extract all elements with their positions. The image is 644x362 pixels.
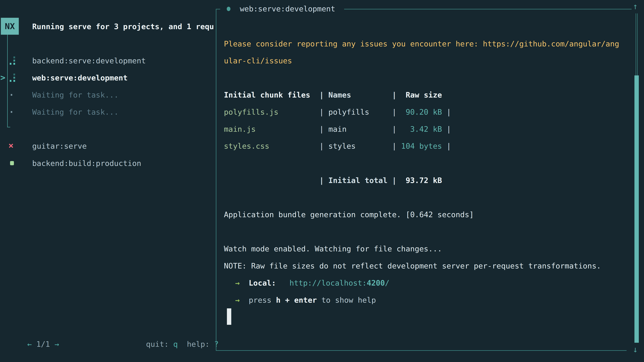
task-tree-connector-foot bbox=[7, 127, 10, 127]
pager: ← 1/1 → bbox=[9, 329, 59, 359]
arrow-right-icon: → bbox=[235, 295, 240, 305]
quit-label: quit: bbox=[146, 340, 173, 349]
key-hints: quit: q help: ? bbox=[128, 329, 219, 359]
pager-value: 1/1 bbox=[36, 340, 50, 349]
col-header-files: Initial chunk files bbox=[224, 90, 319, 100]
chunk-size: 90.20 kB bbox=[401, 107, 442, 117]
local-label: Local: bbox=[249, 278, 276, 288]
task-row-guitar-serve[interactable]: × guitar:serve bbox=[0, 141, 216, 151]
dot-icon bbox=[11, 111, 12, 113]
chunk-table-header: Initial chunk files | Names | Raw size bbox=[224, 90, 442, 100]
scroll-up-icon[interactable]: ↑ bbox=[633, 1, 638, 11]
help-label: help: bbox=[187, 340, 214, 349]
task-label: backend:serve:development bbox=[32, 56, 146, 66]
angular-issue-notice-line1: Please consider reporting any issues you… bbox=[224, 39, 619, 49]
panel-title: web:serve:development bbox=[227, 4, 335, 14]
task-row-waiting-1[interactable]: Waiting for task... bbox=[0, 90, 216, 100]
total-label: Initial total bbox=[328, 175, 392, 186]
task-row-backend-serve[interactable]: backend:serve:development bbox=[0, 56, 216, 66]
task-row-web-serve-selected[interactable]: > web:serve:development bbox=[0, 73, 216, 83]
panel-title-text: web:serve:development bbox=[240, 4, 335, 14]
terminal-cursor bbox=[227, 308, 231, 325]
scroll-down-icon[interactable]: ↓ bbox=[633, 345, 638, 355]
task-label: guitar:serve bbox=[32, 141, 87, 151]
arrow-right-icon: → bbox=[235, 278, 240, 288]
chunk-table-row: main.js | main | 3.42 kB | bbox=[224, 124, 451, 134]
task-label: Waiting for task... bbox=[32, 90, 118, 100]
selection-arrow-icon: > bbox=[0, 72, 5, 83]
panel-border-top bbox=[344, 9, 632, 9]
chunk-name: polyfills bbox=[328, 107, 392, 117]
chunk-size: 104 bytes bbox=[401, 141, 442, 151]
nx-tui-window: NX Running serve for 3 projects, and 1 r… bbox=[0, 0, 644, 362]
chunk-name: main bbox=[328, 124, 392, 134]
panel-border-bottom bbox=[216, 350, 626, 351]
pager-count bbox=[32, 340, 36, 349]
task-label: Waiting for task... bbox=[32, 107, 118, 117]
bundle-complete-message: Application bundle generation complete. … bbox=[224, 210, 474, 220]
chunk-table-row: polyfills.js | polyfills | 90.20 kB | bbox=[224, 107, 451, 117]
pager-left-arrow-icon[interactable]: ← bbox=[27, 340, 32, 349]
total-size: 93.72 kB bbox=[401, 175, 442, 186]
local-url-link[interactable]: http://localhost:4200/ bbox=[290, 278, 390, 288]
task-row-backend-build[interactable]: backend:build:production bbox=[0, 158, 216, 168]
cross-icon: × bbox=[8, 140, 14, 150]
task-row-waiting-2[interactable]: Waiting for task... bbox=[0, 107, 216, 117]
help-hint-text: press h + enter to show help bbox=[249, 295, 376, 305]
task-label: backend:build:production bbox=[32, 158, 141, 168]
page-title: Running serve for 3 projects, and 1 requ bbox=[32, 22, 214, 32]
raw-size-note: NOTE: Raw file sizes do not reflect deve… bbox=[224, 261, 601, 271]
col-header-size: Raw size bbox=[401, 90, 442, 100]
panel-border-top-start bbox=[216, 9, 220, 9]
square-icon bbox=[10, 161, 14, 165]
status-bullet-icon bbox=[227, 7, 230, 11]
spinner-icon bbox=[10, 73, 16, 82]
chunk-table-row: styles.css | styles | 104 bytes | bbox=[224, 141, 451, 151]
scrollbar-thumb[interactable] bbox=[634, 75, 639, 343]
chunk-file: polyfills.js bbox=[224, 107, 319, 117]
chunk-size: 3.42 kB bbox=[401, 124, 442, 134]
quit-key: q bbox=[173, 340, 178, 349]
col-header-names: Names bbox=[328, 90, 392, 100]
panel-border-left bbox=[216, 9, 216, 351]
dot-icon bbox=[11, 94, 12, 96]
task-label-selected: web:serve:development bbox=[32, 73, 128, 83]
chunk-table-total-row: | Initial total | 93.72 kB bbox=[224, 175, 442, 186]
angular-issue-notice-line2: ular-cli/issues bbox=[224, 56, 292, 66]
pager-right-arrow-icon[interactable]: → bbox=[54, 340, 59, 349]
spinner-icon bbox=[10, 56, 16, 65]
table-separator: | bbox=[319, 90, 328, 100]
nx-logo: NX bbox=[1, 18, 19, 35]
chunk-file: styles.css bbox=[224, 141, 319, 151]
watch-mode-message: Watch mode enabled. Watching for file ch… bbox=[224, 244, 442, 254]
chunk-file: main.js bbox=[224, 124, 319, 134]
chunk-name: styles bbox=[328, 141, 392, 151]
help-key: ? bbox=[214, 340, 219, 349]
help-hint-line: → press h + enter to show help bbox=[224, 295, 242, 335]
